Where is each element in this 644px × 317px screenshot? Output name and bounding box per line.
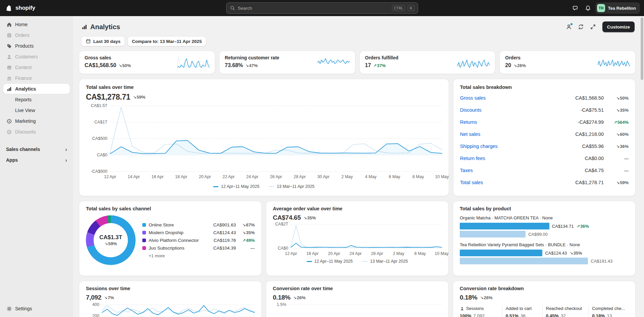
insights-button[interactable]	[563, 21, 574, 32]
scrollbar[interactable]	[641, 17, 643, 316]
chat-icon	[572, 5, 578, 11]
discounts-icon	[6, 129, 12, 135]
conversion-rate-over-time-card: Conversion rate over time 0.18% ↘26% 1.5…	[266, 281, 448, 317]
card-title: Total sales breakdown	[460, 85, 629, 90]
shopify-logo[interactable]: shopify	[0, 5, 35, 12]
search-input[interactable]: Search CTRL K	[226, 2, 418, 14]
change-indicator: ↘35%	[570, 251, 582, 256]
fullscreen-button[interactable]	[588, 21, 598, 32]
legend-previous: 13 Mar–11 Apr 2025	[362, 259, 408, 264]
line-chart	[289, 305, 442, 317]
y-axis: 1.5%	[273, 305, 286, 317]
sidebar-item-analytics[interactable]: Analytics	[3, 84, 70, 94]
home-icon	[6, 22, 12, 28]
finance-icon	[6, 75, 12, 81]
bell-icon	[585, 5, 591, 11]
breakdown-link[interactable]: Total sales	[460, 180, 483, 185]
sidebar-item-orders[interactable]: Orders	[3, 30, 70, 40]
kpi-value: 73.68%	[225, 62, 243, 68]
breakdown-link[interactable]: Return fees	[460, 156, 485, 161]
breakdown-row: Net salesCA$1,218.00↘60%	[460, 128, 629, 140]
breakdown-row: Total salesCA$1,278.71↘59%	[460, 176, 629, 189]
change-indicator: ↘35%	[239, 230, 255, 235]
page-title: Analytics	[90, 23, 120, 31]
inbox-button[interactable]	[570, 3, 581, 13]
breakdown-link[interactable]: Gross sales	[460, 95, 486, 101]
change-indicator: —	[604, 168, 629, 173]
compare-button[interactable]: Compare to: 13 Mar–11 Apr 2025	[128, 36, 206, 46]
change-indicator: ↘67%	[239, 222, 255, 227]
sales-by-channel-card: Total sales by sales channel CA$1.3T ↘59…	[79, 201, 261, 276]
analytics-page-icon	[81, 24, 88, 30]
breakdown-link[interactable]: Discounts	[460, 107, 482, 113]
notifications-button[interactable]	[583, 3, 593, 13]
change-indicator: ↘47%	[245, 63, 258, 68]
y-axis: CA$2TCA$0	[273, 224, 288, 248]
kpi-card-gross-sales[interactable]: Gross sales CA$1,568.50 ↘50%	[79, 51, 215, 74]
average-order-value-card: Average order value over time CA$74.65 ↘…	[266, 201, 448, 276]
legend-swatch	[142, 239, 146, 242]
chart-legend: 12 Apr–11 May 2025 13 Mar–11 Apr 2025	[273, 259, 442, 264]
card-title[interactable]: Total sales over time	[86, 85, 442, 90]
sales-by-product-card: Total sales by product Organic Matcha · …	[453, 201, 635, 276]
breakdown-link[interactable]: Shipping charges	[460, 144, 498, 149]
sidebar-item-live-view[interactable]: Live View	[3, 105, 70, 115]
account-menu[interactable]: TR Tea Rebellion	[595, 2, 640, 14]
search-icon	[230, 5, 235, 11]
change-indicator: —	[604, 156, 629, 161]
funnel-step-sessions: Sessions 100%7,092	[460, 306, 502, 317]
sidebar-item-reports[interactable]: Reports	[3, 95, 70, 105]
change-indicator: ↗49%	[239, 238, 255, 243]
change-indicator: ↘50%	[604, 96, 629, 101]
dotted-line-swatch	[269, 186, 275, 187]
sidebar-item-products[interactable]: Products	[3, 41, 70, 51]
breakdown-link[interactable]: Returns	[460, 119, 477, 125]
shortcut-ctrl-key: CTRL	[392, 5, 405, 11]
gridline	[110, 171, 442, 172]
conversion-breakdown-value: 0.18%	[460, 294, 477, 301]
sparkline-chart	[457, 56, 490, 69]
sidebar-item-discounts[interactable]: Discounts	[3, 127, 70, 137]
scrollbar-thumb[interactable]	[641, 17, 643, 80]
search-placeholder: Search	[238, 6, 390, 11]
more-channels-link[interactable]: +1 more	[149, 253, 255, 258]
analytics-icon	[6, 86, 12, 92]
sidebar-item-settings[interactable]: Settings	[3, 304, 70, 314]
change-indicator: ↘59%	[604, 180, 629, 185]
sidebar-section-apps[interactable]: Apps ›	[3, 155, 70, 165]
legend-current: 12 Apr–11 May 2025	[213, 184, 259, 189]
breakdown-row: Gross salesCA$1,568.50↘50%	[460, 92, 629, 104]
total-sales-over-time-card: Total sales over time CA$1,278.71 ↘59% C…	[79, 79, 449, 196]
refresh-button[interactable]	[576, 21, 586, 32]
customize-button[interactable]: Customize	[602, 21, 635, 32]
date-range-button[interactable]: Last 30 days	[81, 36, 125, 46]
breakdown-row: Return feesCA$0.00—	[460, 152, 629, 164]
orders-icon	[6, 33, 12, 38]
sidebar-section-sales-channels[interactable]: Sales channels ›	[3, 144, 70, 154]
kpi-value: CA$1,568.50	[85, 62, 116, 68]
change-indicator: ↘35%	[604, 108, 629, 113]
change-indicator: ↘36%	[604, 144, 629, 149]
x-axis: 12 Apr16 Apr20 Apr24 Apr28 Apr2 May6 May…	[291, 251, 442, 256]
sidebar-item-home[interactable]: Home	[3, 19, 70, 30]
card-title: Conversion rate breakdown	[460, 286, 629, 291]
breakdown-link[interactable]: Taxes	[460, 168, 473, 173]
sidebar-item-customers[interactable]: Customers	[3, 52, 70, 62]
kpi-card-orders[interactable]: Orders 20 ↘26%	[500, 51, 635, 74]
aov-value: CA$74.65	[273, 214, 301, 221]
sidebar-item-marketing[interactable]: Marketing	[3, 116, 70, 126]
kpi-card-returning-customer-rate[interactable]: Returning customer rate 73.68% ↘47%	[219, 51, 355, 74]
change-indicator: ↘59%	[133, 95, 145, 100]
sidebar-item-content[interactable]: Content	[3, 62, 70, 72]
gridline	[291, 248, 442, 249]
total-sales-value: CA$1,278.71	[86, 93, 130, 102]
card-title: Total sales by product	[460, 206, 629, 211]
change-indicator: —	[239, 246, 255, 251]
change-indicator: ↘26%	[293, 295, 305, 300]
kpi-card-orders-fulfilled[interactable]: Orders fulfilled 17 ↗37%	[360, 51, 495, 74]
sidebar-item-finance[interactable]: Finance	[3, 73, 70, 83]
funnel-step-completed-checkout: Completed che... 0.18%13	[588, 306, 629, 317]
bar-current	[460, 223, 549, 229]
calendar-icon	[86, 39, 91, 44]
breakdown-link[interactable]: Net sales	[460, 131, 480, 137]
